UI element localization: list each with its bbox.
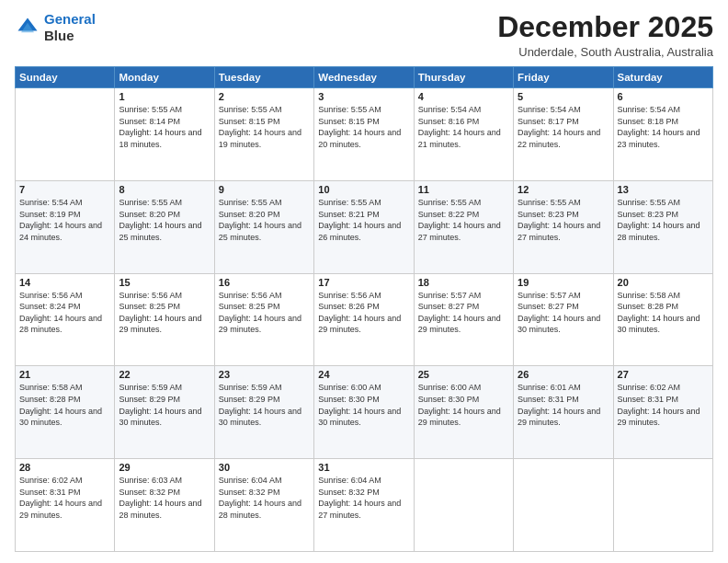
calendar-cell: 3Sunrise: 5:55 AM Sunset: 8:15 PM Daylig… — [314, 88, 414, 181]
day-info: Sunrise: 6:00 AM Sunset: 8:30 PM Dayligh… — [318, 382, 409, 428]
calendar-week-row: 28Sunrise: 6:02 AM Sunset: 8:31 PM Dayli… — [16, 459, 713, 552]
calendar-cell: 11Sunrise: 5:55 AM Sunset: 8:22 PM Dayli… — [414, 180, 513, 273]
day-number: 20 — [618, 277, 709, 288]
calendar-cell: 18Sunrise: 5:57 AM Sunset: 8:27 PM Dayli… — [414, 273, 513, 366]
title-block: December 2025 Underdale, South Australia… — [497, 11, 713, 59]
calendar-week-row: 21Sunrise: 5:58 AM Sunset: 8:28 PM Dayli… — [16, 366, 713, 459]
day-info: Sunrise: 5:54 AM Sunset: 8:17 PM Dayligh… — [518, 104, 609, 150]
calendar-week-row: 14Sunrise: 5:56 AM Sunset: 8:24 PM Dayli… — [16, 273, 713, 366]
day-number: 15 — [119, 277, 210, 288]
day-info: Sunrise: 5:54 AM Sunset: 8:16 PM Dayligh… — [418, 104, 509, 150]
calendar-cell: 12Sunrise: 5:55 AM Sunset: 8:23 PM Dayli… — [514, 180, 613, 273]
calendar-cell: 30Sunrise: 6:04 AM Sunset: 8:32 PM Dayli… — [214, 459, 313, 552]
day-info: Sunrise: 6:03 AM Sunset: 8:32 PM Dayligh… — [119, 475, 210, 521]
day-number: 21 — [19, 369, 110, 380]
day-of-week-header: Friday — [514, 67, 613, 88]
day-number: 27 — [618, 369, 709, 380]
day-info: Sunrise: 5:55 AM Sunset: 8:23 PM Dayligh… — [618, 197, 709, 243]
calendar-cell: 8Sunrise: 5:55 AM Sunset: 8:20 PM Daylig… — [115, 180, 214, 273]
day-number: 3 — [318, 91, 409, 102]
calendar-cell — [16, 88, 115, 181]
calendar-cell: 17Sunrise: 5:56 AM Sunset: 8:26 PM Dayli… — [314, 273, 414, 366]
day-info: Sunrise: 5:59 AM Sunset: 8:29 PM Dayligh… — [219, 382, 310, 428]
day-info: Sunrise: 5:56 AM Sunset: 8:25 PM Dayligh… — [219, 290, 310, 336]
day-info: Sunrise: 5:55 AM Sunset: 8:15 PM Dayligh… — [219, 104, 310, 150]
calendar-cell: 14Sunrise: 5:56 AM Sunset: 8:24 PM Dayli… — [16, 273, 115, 366]
calendar-table: SundayMondayTuesdayWednesdayThursdayFrid… — [15, 66, 713, 552]
day-info: Sunrise: 6:04 AM Sunset: 8:32 PM Dayligh… — [318, 475, 409, 521]
day-number: 17 — [318, 277, 409, 288]
logo: General Blue — [15, 11, 96, 44]
calendar-cell: 28Sunrise: 6:02 AM Sunset: 8:31 PM Dayli… — [16, 459, 115, 552]
calendar-cell: 15Sunrise: 5:56 AM Sunset: 8:25 PM Dayli… — [115, 273, 214, 366]
header: General Blue December 2025 Underdale, So… — [15, 11, 713, 59]
day-of-week-header: Saturday — [613, 67, 712, 88]
day-number: 13 — [618, 184, 709, 195]
location-subtitle: Underdale, South Australia, Australia — [497, 45, 713, 59]
calendar-cell: 19Sunrise: 5:57 AM Sunset: 8:27 PM Dayli… — [514, 273, 613, 366]
day-of-week-header: Tuesday — [214, 67, 313, 88]
day-info: Sunrise: 5:57 AM Sunset: 8:27 PM Dayligh… — [518, 290, 609, 336]
calendar-cell: 7Sunrise: 5:54 AM Sunset: 8:19 PM Daylig… — [16, 180, 115, 273]
day-number: 5 — [518, 91, 609, 102]
calendar-cell — [613, 459, 712, 552]
day-info: Sunrise: 5:59 AM Sunset: 8:29 PM Dayligh… — [119, 382, 210, 428]
page: General Blue December 2025 Underdale, So… — [0, 0, 728, 563]
calendar-cell: 31Sunrise: 6:04 AM Sunset: 8:32 PM Dayli… — [314, 459, 414, 552]
day-number: 24 — [318, 369, 409, 380]
day-info: Sunrise: 5:56 AM Sunset: 8:26 PM Dayligh… — [318, 290, 409, 336]
calendar-cell — [514, 459, 613, 552]
day-info: Sunrise: 5:55 AM Sunset: 8:23 PM Dayligh… — [518, 197, 609, 243]
day-number: 19 — [518, 277, 609, 288]
day-number: 22 — [119, 369, 210, 380]
day-info: Sunrise: 6:02 AM Sunset: 8:31 PM Dayligh… — [618, 382, 709, 428]
day-info: Sunrise: 6:04 AM Sunset: 8:32 PM Dayligh… — [219, 475, 310, 521]
day-info: Sunrise: 5:57 AM Sunset: 8:27 PM Dayligh… — [418, 290, 509, 336]
day-info: Sunrise: 5:56 AM Sunset: 8:25 PM Dayligh… — [119, 290, 210, 336]
day-number: 16 — [219, 277, 310, 288]
day-info: Sunrise: 5:58 AM Sunset: 8:28 PM Dayligh… — [19, 382, 110, 428]
calendar-cell: 22Sunrise: 5:59 AM Sunset: 8:29 PM Dayli… — [115, 366, 214, 459]
day-number: 30 — [219, 462, 310, 473]
logo-icon — [15, 15, 40, 40]
day-of-week-header: Wednesday — [314, 67, 414, 88]
calendar-cell: 10Sunrise: 5:55 AM Sunset: 8:21 PM Dayli… — [314, 180, 414, 273]
calendar-cell: 4Sunrise: 5:54 AM Sunset: 8:16 PM Daylig… — [414, 88, 513, 181]
day-info: Sunrise: 5:55 AM Sunset: 8:15 PM Dayligh… — [318, 104, 409, 150]
day-number: 28 — [19, 462, 110, 473]
calendar-cell: 13Sunrise: 5:55 AM Sunset: 8:23 PM Dayli… — [613, 180, 712, 273]
day-number: 1 — [119, 91, 210, 102]
day-number: 23 — [219, 369, 310, 380]
day-number: 2 — [219, 91, 310, 102]
calendar-cell: 21Sunrise: 5:58 AM Sunset: 8:28 PM Dayli… — [16, 366, 115, 459]
calendar-cell: 25Sunrise: 6:00 AM Sunset: 8:30 PM Dayli… — [414, 366, 513, 459]
day-of-week-header: Thursday — [414, 67, 513, 88]
calendar-header-row: SundayMondayTuesdayWednesdayThursdayFrid… — [16, 67, 713, 88]
calendar-cell: 2Sunrise: 5:55 AM Sunset: 8:15 PM Daylig… — [214, 88, 313, 181]
day-number: 4 — [418, 91, 509, 102]
day-number: 7 — [19, 184, 110, 195]
day-info: Sunrise: 6:00 AM Sunset: 8:30 PM Dayligh… — [418, 382, 509, 428]
day-number: 18 — [418, 277, 509, 288]
day-number: 8 — [119, 184, 210, 195]
day-number: 6 — [618, 91, 709, 102]
day-number: 31 — [318, 462, 409, 473]
calendar-cell: 23Sunrise: 5:59 AM Sunset: 8:29 PM Dayli… — [214, 366, 313, 459]
day-info: Sunrise: 5:54 AM Sunset: 8:19 PM Dayligh… — [19, 197, 110, 243]
day-info: Sunrise: 5:58 AM Sunset: 8:28 PM Dayligh… — [618, 290, 709, 336]
logo-text: General Blue — [44, 11, 96, 44]
calendar-cell: 5Sunrise: 5:54 AM Sunset: 8:17 PM Daylig… — [514, 88, 613, 181]
day-number: 10 — [318, 184, 409, 195]
day-number: 26 — [518, 369, 609, 380]
calendar-week-row: 1Sunrise: 5:55 AM Sunset: 8:14 PM Daylig… — [16, 88, 713, 181]
day-info: Sunrise: 5:55 AM Sunset: 8:20 PM Dayligh… — [219, 197, 310, 243]
day-info: Sunrise: 6:02 AM Sunset: 8:31 PM Dayligh… — [19, 475, 110, 521]
month-title: December 2025 — [497, 11, 713, 43]
calendar-week-row: 7Sunrise: 5:54 AM Sunset: 8:19 PM Daylig… — [16, 180, 713, 273]
day-info: Sunrise: 5:55 AM Sunset: 8:14 PM Dayligh… — [119, 104, 210, 150]
calendar-cell: 9Sunrise: 5:55 AM Sunset: 8:20 PM Daylig… — [214, 180, 313, 273]
day-info: Sunrise: 6:01 AM Sunset: 8:31 PM Dayligh… — [518, 382, 609, 428]
day-number: 12 — [518, 184, 609, 195]
calendar-cell: 29Sunrise: 6:03 AM Sunset: 8:32 PM Dayli… — [115, 459, 214, 552]
calendar-cell: 16Sunrise: 5:56 AM Sunset: 8:25 PM Dayli… — [214, 273, 313, 366]
